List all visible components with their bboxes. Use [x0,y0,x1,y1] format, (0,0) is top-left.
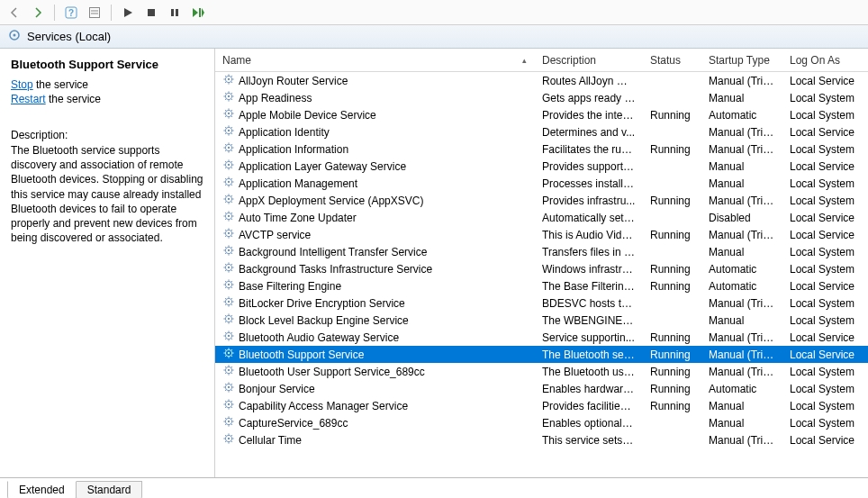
service-row[interactable]: CaptureService_689ccEnables optional s..… [215,414,868,431]
separator [111,5,112,21]
help-button[interactable]: ? [62,4,80,22]
service-row[interactable]: Application ManagementProcesses installa… [215,175,868,192]
cell-name: Application Information [215,141,535,157]
svg-line-171 [231,339,232,340]
service-gear-icon [222,347,235,362]
service-row[interactable]: Base Filtering EngineThe Base Filtering … [215,277,868,294]
service-row[interactable]: Application IdentityDetermines and v...M… [215,123,868,140]
cell-startup-type: Manual (Trig... [701,229,782,241]
svg-point-65 [228,164,230,166]
service-gear-icon [222,210,235,225]
service-row[interactable]: Capability Access Manager ServiceProvide… [215,397,868,414]
service-row[interactable]: AppX Deployment Service (AppXSVC)Provide… [215,192,868,209]
stop-service-link[interactable]: Stop [11,78,33,91]
svg-line-101 [231,219,232,220]
cell-status: Running [643,331,701,344]
sort-indicator-icon: ▴ [522,56,527,65]
cell-description: Routes AllJoyn me... [535,75,643,87]
service-rows[interactable]: AllJoyn Router ServiceRoutes AllJoyn me.… [215,72,868,477]
svg-line-203 [225,390,226,391]
service-row[interactable]: Bonjour ServiceEnables hardware ...Runni… [215,380,868,397]
service-gear-icon [222,141,235,157]
svg-line-111 [231,236,232,237]
service-gear-icon [222,73,235,88]
cell-log-on-as: Local System [782,92,868,104]
cell-name: Capability Access Manager Service [215,398,535,413]
svg-point-75 [228,181,230,183]
service-row[interactable]: AVCTP serviceThis is Audio Vide...Runnin… [215,226,868,243]
service-row[interactable]: AllJoyn Router ServiceRoutes AllJoyn me.… [215,72,868,89]
svg-line-133 [225,270,226,271]
service-name: AppX Deployment Service (AppXSVC) [239,195,423,207]
svg-line-80 [225,178,226,179]
cell-status: Running [643,383,701,395]
service-gear-icon [222,398,235,413]
stop-service-button[interactable] [142,4,160,22]
service-gear-icon [222,124,235,140]
service-row[interactable]: App ReadinessGets apps ready fo...Manual… [215,89,868,106]
cell-log-on-as: Local Service [782,434,868,447]
back-button[interactable] [5,4,23,22]
service-name: Auto Time Zone Updater [239,212,357,224]
service-row[interactable]: Application InformationFacilitates the r… [215,140,868,158]
cell-name: Bonjour Service [215,381,535,396]
properties-button[interactable] [86,4,104,22]
cell-name: BitLocker Drive Encryption Service [215,295,535,311]
service-row[interactable]: Auto Time Zone UpdaterAutomatically sets… [215,209,868,226]
cell-log-on-as: Local Service [782,280,868,293]
forward-button[interactable] [29,4,47,22]
svg-line-52 [231,127,232,128]
col-log-on-as[interactable]: Log On As [782,49,868,71]
service-name: Background Intelligent Transfer Service [239,246,427,258]
service-gear-icon [222,90,235,105]
svg-line-143 [225,287,226,288]
svg-line-120 [225,247,226,248]
restart-service-button[interactable] [189,4,207,22]
cell-name: Background Intelligent Transfer Service [215,244,535,259]
cell-log-on-as: Local Service [782,331,868,344]
cell-startup-type: Manual (Trig... [701,126,782,139]
svg-line-202 [231,384,232,385]
service-gear-icon [222,278,235,294]
col-startup-type[interactable]: Startup Type [701,49,782,71]
svg-rect-8 [176,9,178,16]
description-label: Description: [11,129,203,141]
service-row[interactable]: Bluetooth Support ServiceThe Bluetooth s… [215,346,868,363]
svg-point-115 [228,249,230,251]
tab-standard[interactable]: Standard [76,481,143,498]
service-row[interactable]: Block Level Backup Engine ServiceThe WBE… [215,312,868,329]
service-name: Bonjour Service [239,383,315,395]
service-row[interactable]: Bluetooth User Support Service_689ccThe … [215,363,868,380]
tab-extended[interactable]: Extended [7,481,77,498]
svg-line-223 [225,424,226,425]
cell-log-on-as: Local System [782,417,868,430]
col-description[interactable]: Description [535,49,643,71]
svg-line-193 [225,373,226,374]
service-row[interactable]: Cellular TimeThis service sets ti...Manu… [215,431,868,448]
cell-log-on-as: Local System [782,383,868,395]
cell-status: Running [643,349,701,361]
service-row[interactable]: Background Intelligent Transfer ServiceT… [215,243,868,260]
svg-line-150 [225,298,226,299]
service-row[interactable]: Bluetooth Audio Gateway ServiceService s… [215,329,868,346]
svg-line-172 [231,332,232,333]
service-row[interactable]: Application Layer Gateway ServiceProvide… [215,158,868,175]
start-service-button[interactable] [119,4,137,22]
service-name: Bluetooth Audio Gateway Service [239,331,399,344]
pause-service-button[interactable] [166,4,184,22]
cell-startup-type: Manual [701,417,782,430]
col-name[interactable]: Name▴ [215,49,535,71]
service-row[interactable]: Apple Mobile Device ServiceProvides the … [215,106,868,123]
svg-point-195 [228,386,230,388]
cell-startup-type: Manual (Trig... [701,366,782,378]
service-row[interactable]: BitLocker Drive Encryption ServiceBDESVC… [215,294,868,312]
svg-line-112 [231,230,232,231]
col-status[interactable]: Status [643,49,701,71]
detail-title: Bluetooth Support Service [11,58,203,71]
service-row[interactable]: Background Tasks Infrastructure ServiceW… [215,260,868,277]
svg-line-63 [225,150,226,151]
cell-status: Running [643,263,701,276]
cell-status: Running [643,109,701,122]
restart-service-link[interactable]: Restart [11,93,46,105]
svg-point-125 [228,267,230,268]
